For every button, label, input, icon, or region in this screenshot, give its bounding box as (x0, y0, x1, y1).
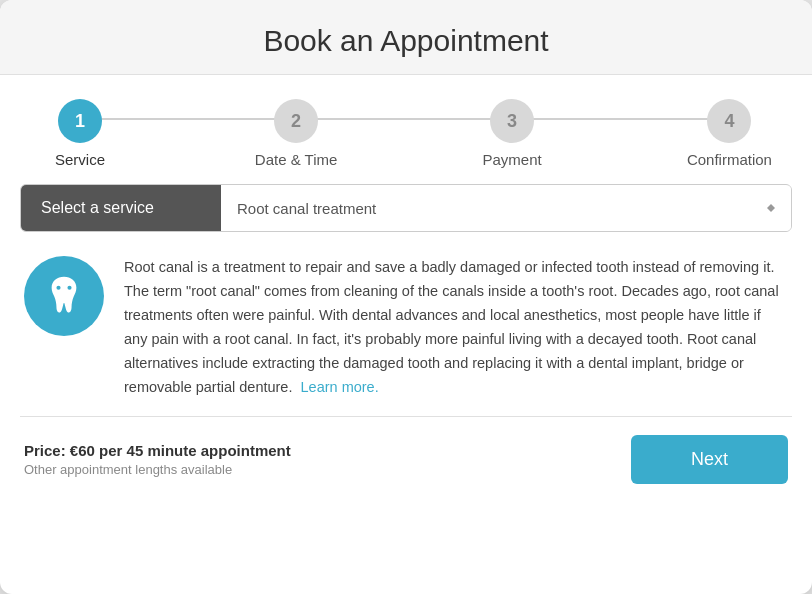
service-icon (24, 256, 104, 336)
price-main: Price: €60 per 45 minute appointment (24, 442, 291, 459)
step-confirmation: 4 Confirmation (687, 99, 772, 168)
step-service: 1 Service (40, 99, 120, 168)
service-select[interactable]: Root canal treatment Teeth cleaning Dent… (221, 186, 791, 231)
svg-point-1 (67, 286, 71, 290)
step-label-confirmation: Confirmation (687, 151, 772, 168)
price-sub: Other appointment lengths available (24, 462, 291, 477)
modal-title: Book an Appointment (20, 24, 792, 58)
dental-icon (42, 274, 86, 318)
step-label-payment: Payment (483, 151, 542, 168)
step-circle-3: 3 (490, 99, 534, 143)
step-payment: 3 Payment (472, 99, 552, 168)
booking-modal: Book an Appointment 1 Service 2 Date & T… (0, 0, 812, 594)
learn-more-link[interactable]: Learn more. (301, 379, 379, 395)
stepper: 1 Service 2 Date & Time 3 Payment 4 Conf… (0, 75, 812, 184)
service-selector-label: Select a service (21, 185, 221, 231)
step-label-service: Service (55, 151, 105, 168)
modal-header: Book an Appointment (0, 0, 812, 75)
step-circle-4: 4 (707, 99, 751, 143)
step-label-datetime: Date & Time (255, 151, 338, 168)
service-description: Root canal is a treatment to repair and … (124, 256, 788, 400)
price-info: Price: €60 per 45 minute appointment Oth… (24, 442, 291, 477)
footer: Price: €60 per 45 minute appointment Oth… (0, 417, 812, 502)
step-circle-2: 2 (274, 99, 318, 143)
service-content: Root canal is a treatment to repair and … (0, 232, 812, 416)
step-datetime: 2 Date & Time (255, 99, 338, 168)
service-selector-row: Select a service Root canal treatment Te… (20, 184, 792, 232)
step-circle-1: 1 (58, 99, 102, 143)
svg-point-0 (56, 286, 60, 290)
next-button[interactable]: Next (631, 435, 788, 484)
